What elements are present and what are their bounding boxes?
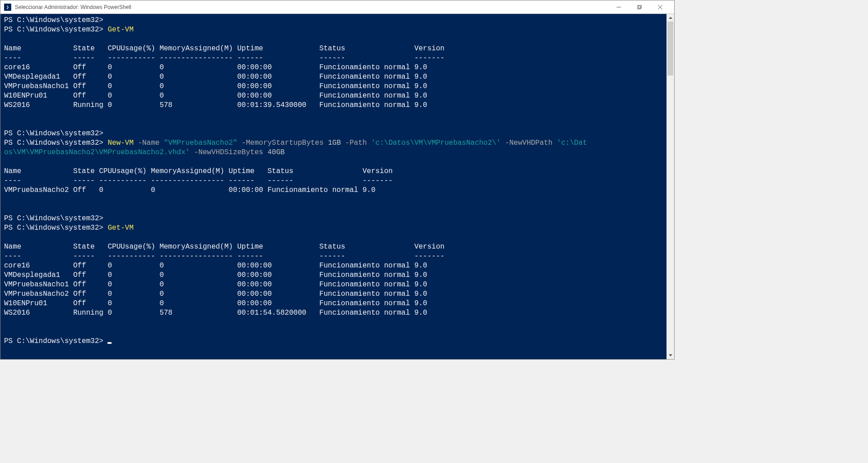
table2-row: VMPruebasNacho2 Off 0 0 00:00:00 Funcion…	[4, 186, 376, 194]
prompt-line: PS C:\Windows\system32>	[4, 16, 107, 24]
command-getvm: Get-VM	[107, 224, 134, 232]
terminal-content[interactable]: PS C:\Windows\system32> PS C:\Windows\sy…	[0, 14, 667, 359]
table2-header: Name State CPUUsage(%) MemoryAssigned(M)…	[4, 167, 393, 175]
scroll-thumb[interactable]	[667, 22, 673, 76]
window-controls	[608, 0, 671, 14]
table3-row: WS2016 Running 0 578 00:01:54.5820000 Fu…	[4, 309, 427, 317]
window-title: Seleccionar Administrador: Windows Power…	[15, 4, 608, 10]
close-button[interactable]	[650, 0, 671, 14]
param-newvhdpath: -NewVHDPath	[505, 139, 553, 147]
scroll-track[interactable]	[667, 22, 674, 352]
arg-path: 'c:\Datos\VM\VMPruebasNacho2\'	[371, 139, 501, 147]
table3-row: core16 Off 0 0 00:00:00 Funcionamiento n…	[4, 262, 427, 270]
param-newvhdsize: -NewVHDSizeBytes	[194, 148, 263, 156]
table3-row: W10ENPru01 Off 0 0 00:00:00 Funcionamien…	[4, 299, 427, 307]
arg-newvhdsize: 40GB	[268, 148, 285, 156]
table3-row: VMPruebasNacho2 Off 0 0 00:00:00 Funcion…	[4, 290, 427, 298]
command-getvm: Get-VM	[107, 26, 134, 34]
vertical-scrollbar[interactable]	[667, 14, 674, 359]
scroll-down-button[interactable]	[667, 352, 674, 359]
svg-rect-1	[637, 6, 640, 9]
table3-header: Name State CPUUsage(%) MemoryAssigned(M)…	[4, 243, 444, 251]
maximize-button[interactable]	[629, 0, 650, 14]
powershell-window: ❯ Seleccionar Administrador: Windows Pow…	[0, 0, 675, 360]
cursor	[107, 342, 112, 344]
window-titlebar[interactable]: ❯ Seleccionar Administrador: Windows Pow…	[0, 0, 674, 14]
table1-row: VMPruebasNacho1 Off 0 0 00:00:00 Funcion…	[4, 82, 427, 90]
prompt-line: PS C:\Windows\system32>	[4, 26, 107, 34]
prompt-line: PS C:\Windows\system32>	[4, 337, 107, 345]
table1-row: WS2016 Running 0 578 00:01:39.5430000 Fu…	[4, 101, 427, 109]
param-memory: -MemoryStartupBytes	[242, 139, 323, 147]
table1-row: core16 Off 0 0 00:00:00 Funcionamiento n…	[4, 63, 427, 71]
minimize-button[interactable]	[608, 0, 629, 14]
table1-row: W10ENPru01 Off 0 0 00:00:00 Funcionamien…	[4, 92, 427, 100]
arg-memory: 1GB	[328, 139, 341, 147]
prompt-line: PS C:\Windows\system32>	[4, 224, 107, 232]
table3-row: VMDesplegada1 Off 0 0 00:00:00 Funcionam…	[4, 271, 427, 279]
svg-rect-2	[638, 5, 641, 8]
table1-header: Name State CPUUsage(%) MemoryAssigned(M)…	[4, 45, 444, 53]
arg-newvhdpath-a: 'c:\Dat	[557, 139, 587, 147]
powershell-icon: ❯	[4, 4, 11, 11]
table2-divider: ---- ----- ----------- -----------------…	[4, 177, 393, 185]
scroll-up-button[interactable]	[667, 14, 674, 22]
powershell-icon-glyph: ❯	[6, 4, 9, 10]
table3-row: VMPruebasNacho1 Off 0 0 00:00:00 Funcion…	[4, 280, 427, 289]
param-path: -Path	[345, 139, 367, 147]
prompt-line: PS C:\Windows\system32>	[4, 129, 107, 138]
table1-divider: ---- ----- ----------- -----------------…	[4, 54, 444, 62]
table3-divider: ---- ----- ----------- -----------------…	[4, 252, 444, 260]
command-newvm: New-VM	[107, 139, 134, 147]
table1-row: VMDesplegada1 Off 0 0 00:00:00 Funcionam…	[4, 73, 427, 81]
prompt-line: PS C:\Windows\system32>	[4, 139, 107, 147]
arg-newvhdpath-b: os\VM\VMPruebasNacho2\VMPruebasNacho2.vh…	[4, 148, 190, 156]
prompt-line: PS C:\Windows\system32>	[4, 214, 107, 223]
param-name: -Name	[138, 139, 160, 147]
terminal-wrapper: PS C:\Windows\system32> PS C:\Windows\sy…	[0, 14, 674, 359]
arg-name: "VMPruebasNacho2"	[164, 139, 237, 147]
